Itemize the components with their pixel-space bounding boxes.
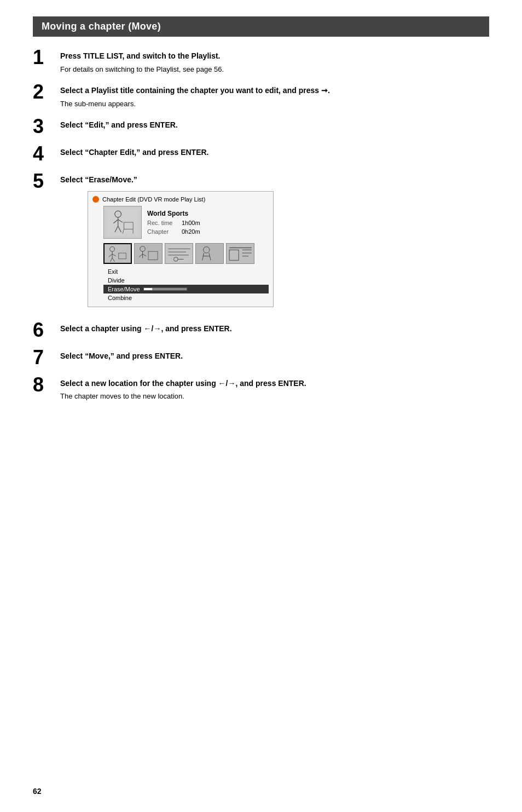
chapter-row: Chapter 0h20m bbox=[147, 228, 200, 235]
chapter-value: 0h20m bbox=[182, 228, 200, 235]
step-number-1: 1 bbox=[33, 48, 60, 67]
step-main-7: Select “Move,” and press ENTER. bbox=[60, 351, 489, 362]
chapter-thumb-4 bbox=[195, 243, 224, 264]
step-number-5: 5 bbox=[33, 171, 60, 191]
step-content-3: Select “Edit,” and press ENTER. bbox=[60, 119, 489, 133]
screenshot-box: Chapter Edit (DVD VR mode Play List) bbox=[88, 191, 274, 307]
step-content-5: Select “Erase/Move.” Chapter Edit (DVD V… bbox=[60, 174, 489, 313]
svg-rect-30 bbox=[196, 244, 223, 263]
step-5: 5 Select “Erase/Move.” Chapter Edit (DVD… bbox=[33, 174, 489, 313]
chapter-label: Chapter bbox=[147, 228, 177, 235]
step-content-4: Select “Chapter Edit,” and press ENTER. bbox=[60, 146, 489, 160]
page-container: Moving a chapter (Move) 1 Press TITLE LI… bbox=[0, 0, 522, 445]
step-6: 6 Select a chapter using ←/→, and press … bbox=[33, 323, 489, 340]
step-main-8: Select a new location for the chapter us… bbox=[60, 378, 489, 389]
step-2: 2 Select a Playlist title containing the… bbox=[33, 84, 489, 109]
svg-rect-10 bbox=[105, 244, 131, 263]
rec-time-row: Rec. time 1h00m bbox=[147, 220, 200, 226]
page-number: 62 bbox=[33, 787, 42, 796]
rec-time-value: 1h00m bbox=[182, 220, 200, 226]
menu-item-divide: Divide bbox=[103, 276, 269, 285]
rec-time-label: Rec. time bbox=[147, 220, 177, 226]
step-main-1: Press TITLE LIST, and switch to the Play… bbox=[60, 51, 489, 62]
step-number-3: 3 bbox=[33, 117, 60, 136]
step-number-7: 7 bbox=[33, 348, 60, 367]
step-sub-1: For details on switching to the Playlist… bbox=[60, 64, 489, 75]
chapter-thumb-1 bbox=[103, 243, 132, 264]
orange-dot-icon bbox=[92, 196, 99, 203]
menu-item-exit: Exit bbox=[103, 267, 269, 276]
step-1: 1 Press TITLE LIST, and switch to the Pl… bbox=[33, 50, 489, 74]
step-4: 4 Select “Chapter Edit,” and press ENTER… bbox=[33, 146, 489, 164]
menu-item-erase-move: Erase/Move bbox=[103, 285, 269, 293]
step-3: 3 Select “Edit,” and press ENTER. bbox=[33, 119, 489, 136]
step-content-8: Select a new location for the chapter us… bbox=[60, 377, 489, 402]
step-sub-2: The sub-menu appears. bbox=[60, 99, 489, 110]
video-title: World Sports bbox=[147, 210, 200, 217]
step-sub-8: The chapter moves to the new location. bbox=[60, 391, 489, 402]
step-main-5: Select “Erase/Move.” bbox=[60, 175, 489, 186]
step-main-2: Select a Playlist title containing the c… bbox=[60, 85, 489, 96]
screenshot-title: Chapter Edit (DVD VR mode Play List) bbox=[102, 196, 205, 203]
step-8: 8 Select a new location for the chapter … bbox=[33, 377, 489, 402]
chapter-thumb-5 bbox=[226, 243, 254, 264]
step-number-8: 8 bbox=[33, 375, 60, 395]
step-7: 7 Select “Move,” and press ENTER. bbox=[33, 350, 489, 367]
step-content-7: Select “Move,” and press ENTER. bbox=[60, 350, 489, 364]
screenshot-menu: Exit Divide Erase/Move Combine bbox=[103, 267, 269, 302]
section-header: Moving a chapter (Move) bbox=[33, 16, 489, 37]
progress-fill bbox=[144, 288, 153, 290]
steps-list: 1 Press TITLE LIST, and switch to the Pl… bbox=[33, 50, 489, 402]
step-content-1: Press TITLE LIST, and switch to the Play… bbox=[60, 50, 489, 74]
section-title: Moving a chapter (Move) bbox=[42, 21, 480, 32]
progress-bar-mini bbox=[143, 287, 187, 291]
step-main-6: Select a chapter using ←/→, and press EN… bbox=[60, 324, 489, 335]
svg-rect-24 bbox=[165, 244, 192, 263]
step-number-2: 2 bbox=[33, 82, 60, 102]
chapter-thumb-2 bbox=[134, 243, 163, 264]
screenshot-info: World Sports Rec. time 1h00m Chapter 0h2… bbox=[103, 206, 269, 239]
step-number-4: 4 bbox=[33, 144, 60, 164]
chapter-thumb-3 bbox=[165, 243, 193, 264]
screenshot-title-bar: Chapter Edit (DVD VR mode Play List) bbox=[92, 196, 269, 203]
chapter-strip bbox=[103, 243, 269, 264]
step-main-3: Select “Edit,” and press ENTER. bbox=[60, 120, 489, 131]
menu-item-combine: Combine bbox=[103, 293, 269, 302]
step-content-6: Select a chapter using ←/→, and press EN… bbox=[60, 323, 489, 337]
screenshot-meta: World Sports Rec. time 1h00m Chapter 0h2… bbox=[147, 206, 200, 239]
step-content-2: Select a Playlist title containing the c… bbox=[60, 84, 489, 109]
step-number-6: 6 bbox=[33, 320, 60, 340]
video-thumbnail bbox=[103, 206, 142, 239]
step-main-4: Select “Chapter Edit,” and press ENTER. bbox=[60, 147, 489, 158]
